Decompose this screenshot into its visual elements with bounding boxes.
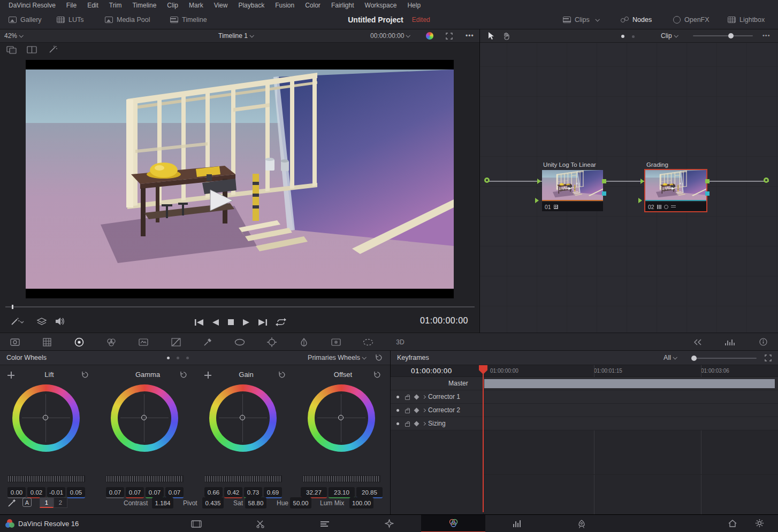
expand-chevron-icon[interactable] xyxy=(422,408,426,412)
rgb-mixer-icon[interactable] xyxy=(104,333,119,351)
lift-reset-icon[interactable] xyxy=(81,371,89,379)
track-enable-dot[interactable] xyxy=(396,422,399,425)
play-reverse-button[interactable] xyxy=(212,319,219,326)
motion-effects-icon[interactable] xyxy=(136,333,151,351)
zoom-select[interactable]: 42% xyxy=(4,29,22,42)
track-enable-dot[interactable] xyxy=(396,409,399,412)
menu-clip[interactable]: Clip xyxy=(162,0,184,11)
gain-reset-icon[interactable] xyxy=(278,371,286,379)
settings-gear-icon[interactable] xyxy=(755,519,764,528)
tab-media[interactable] xyxy=(164,515,228,532)
gallery-button[interactable]: Gallery xyxy=(9,11,42,29)
reset-all-icon[interactable] xyxy=(375,354,383,361)
node-page-dot-1[interactable] xyxy=(621,35,624,38)
collapse-panel-icon[interactable] xyxy=(690,333,705,351)
tab-cut[interactable] xyxy=(228,515,293,532)
lock-icon[interactable] xyxy=(405,410,410,413)
menu-color[interactable]: Color xyxy=(300,0,326,11)
tab-edit[interactable] xyxy=(293,515,357,532)
node-2-key-output-square[interactable] xyxy=(705,191,710,196)
keyframe-diamond-icon[interactable] xyxy=(414,395,419,400)
menu-app[interactable]: DaVinci Resolve xyxy=(3,0,61,11)
node-1-input-triangle[interactable] xyxy=(537,179,541,184)
key-icon[interactable] xyxy=(361,333,376,351)
hue-value[interactable]: 50.00 xyxy=(290,497,311,508)
power-window-icon[interactable] xyxy=(232,333,247,351)
info-icon[interactable] xyxy=(756,333,771,351)
master-track-bar[interactable] xyxy=(484,379,775,388)
lift-wheel[interactable] xyxy=(12,384,80,452)
corrector-1-row[interactable]: Corrector 1 xyxy=(391,390,778,404)
expand-keyframes-icon[interactable] xyxy=(765,354,772,361)
gamma-wheel-indicator[interactable] xyxy=(141,415,147,420)
menu-file[interactable]: File xyxy=(61,0,82,11)
expand-chevron-icon[interactable] xyxy=(422,395,426,399)
highlight-wand-icon[interactable] xyxy=(48,45,58,54)
gain-wheel-indicator[interactable] xyxy=(240,415,245,420)
gamma-wheel[interactable] xyxy=(111,384,178,452)
keyframes-playhead[interactable] xyxy=(483,365,484,512)
auto-balance-badge[interactable]: A xyxy=(22,498,32,507)
viewer-timecode-select[interactable]: 00:00:00:00 xyxy=(370,29,409,42)
qualifier-icon[interactable] xyxy=(200,333,215,351)
openfx-button[interactable]: OpenFX xyxy=(673,11,710,29)
corrector-2-row[interactable]: Corrector 2 xyxy=(391,404,778,417)
gain-master-slider[interactable] xyxy=(204,475,282,482)
tracker-icon[interactable] xyxy=(264,333,279,351)
node-2[interactable]: Grading 02 xyxy=(645,170,706,211)
wheel-page-1-button[interactable]: 1 xyxy=(40,497,54,508)
lock-icon[interactable] xyxy=(405,423,410,427)
menu-mark[interactable]: Mark xyxy=(184,0,209,11)
offset-master-slider[interactable] xyxy=(303,475,380,482)
menu-edit[interactable]: Edit xyxy=(82,0,104,11)
pan-hand-icon[interactable] xyxy=(502,32,510,40)
stereo-3d-tool[interactable]: 3D xyxy=(393,333,408,351)
source-input-port[interactable] xyxy=(484,178,490,183)
tab-color[interactable] xyxy=(421,515,485,532)
offset-wheel-indicator[interactable] xyxy=(338,415,344,420)
gamma-master-slider[interactable] xyxy=(106,475,184,482)
scrub-playhead[interactable] xyxy=(12,305,13,309)
wheel-page-2-button[interactable]: 2 xyxy=(54,497,67,508)
keyframes-zoom-knob[interactable] xyxy=(691,356,697,361)
keyframes-ruler[interactable]: 01:00:00:00 01:00:00:00 01:00:01:15 01:0… xyxy=(391,365,778,377)
node-2-output-square[interactable] xyxy=(705,179,710,183)
output-port[interactable] xyxy=(764,178,769,183)
menu-view[interactable]: View xyxy=(209,0,233,11)
scopes-icon[interactable] xyxy=(722,333,737,351)
track-enable-dot[interactable] xyxy=(396,396,399,398)
media-pool-button[interactable]: Media Pool xyxy=(105,11,150,29)
sizing-row[interactable]: Sizing xyxy=(391,417,778,430)
gamma-reset-icon[interactable] xyxy=(180,371,187,379)
menu-fairlight[interactable]: Fairlight xyxy=(326,0,360,11)
blur-icon[interactable] xyxy=(329,333,344,351)
node-zoom-knob[interactable] xyxy=(728,33,734,38)
auto-color-wand-icon[interactable] xyxy=(7,498,17,507)
timeline-select[interactable]: Timeline 1 xyxy=(218,29,253,42)
lum-mix-value[interactable]: 100.00 xyxy=(349,497,373,508)
color-wheels-icon[interactable] xyxy=(72,333,87,351)
skip-forward-button[interactable] xyxy=(258,319,268,326)
lift-wheel-indicator[interactable] xyxy=(43,415,48,420)
node-1-output-square[interactable] xyxy=(602,179,606,183)
node-graph[interactable]: Unity Log To Linear 01 Grading xyxy=(480,43,778,333)
node-zoom-slider[interactable] xyxy=(693,35,753,36)
expand-viewer-icon[interactable] xyxy=(446,29,453,42)
wheel-page-dots[interactable] xyxy=(167,357,189,359)
node-1[interactable]: Unity Log To Linear 01 xyxy=(542,170,603,211)
timeline-button[interactable]: Timeline xyxy=(170,11,207,29)
lightbox-button[interactable]: Lightbox xyxy=(728,11,765,29)
skip-back-button[interactable] xyxy=(194,319,204,326)
gamut-icon[interactable] xyxy=(426,29,433,42)
menu-help[interactable]: Help xyxy=(402,0,426,11)
master-track-row[interactable]: Master xyxy=(391,377,778,390)
sat-value[interactable]: 58.80 xyxy=(245,497,266,508)
tab-fairlight[interactable] xyxy=(485,515,550,532)
menu-fusion[interactable]: Fusion xyxy=(270,0,300,11)
node-view-select[interactable]: Clip xyxy=(661,29,677,42)
camera-raw-icon[interactable] xyxy=(7,333,22,351)
tab-deliver[interactable] xyxy=(550,515,614,532)
contrast-value[interactable]: 1.184 xyxy=(152,497,173,508)
cursor-tool-icon[interactable] xyxy=(487,32,495,40)
menu-workspace[interactable]: Workspace xyxy=(360,0,402,11)
